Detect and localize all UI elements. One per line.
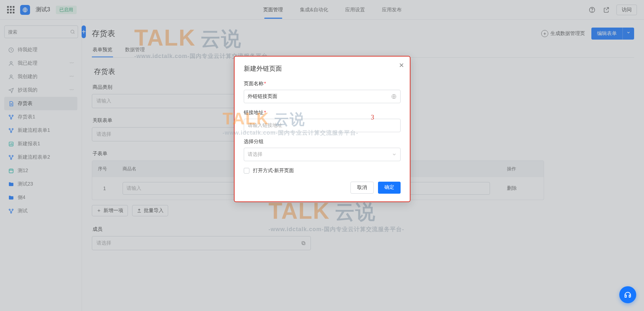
modal-url-input[interactable]: 请输入链接地址 [244, 119, 401, 132]
new-external-link-modal: ✕ 新建外链页面 页面名称* 外链链接页面 链接地址* 请输入链接地址 选择分组… [234, 56, 410, 202]
modal-name-input[interactable]: 外链链接页面 [244, 90, 401, 103]
modal-confirm-button[interactable]: 确定 [378, 182, 401, 194]
annotation-number: 3 [371, 114, 374, 121]
headset-icon [624, 291, 632, 299]
support-fab[interactable] [619, 286, 636, 303]
modal-group-select[interactable]: 请选择 [244, 148, 401, 161]
modal-name-label: 页面名称* [244, 81, 401, 87]
modal-close-button[interactable]: ✕ [399, 61, 404, 69]
modal-title: 新建外链页面 [244, 64, 401, 73]
modal-cancel-button[interactable]: 取消 [350, 182, 374, 194]
chevron-down-icon [392, 152, 397, 157]
modal-url-label: 链接地址* [244, 110, 401, 116]
checkbox-icon [244, 168, 249, 174]
modal-group-label: 选择分组 [244, 139, 401, 145]
modal-container: ✕ 新建外链页面 页面名称* 外链链接页面 链接地址* 请输入链接地址 选择分组… [0, 0, 644, 311]
modal-open-mode-checkbox[interactable]: 打开方式-新开页面 [244, 168, 401, 174]
globe-icon [391, 94, 397, 99]
